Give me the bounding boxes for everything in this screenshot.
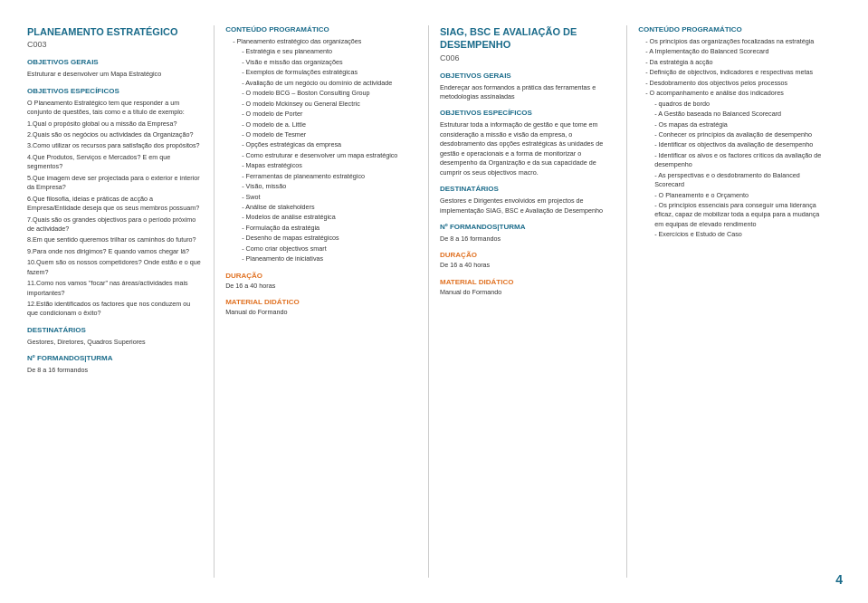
list-item: - O modelo de a. Little [225,120,417,129]
center-left-duration-text: De 16 a 40 horas [225,282,417,291]
list-item: - O Planeamento e o Orçamento [638,191,830,200]
center-right-material-title: MATERIAL DIDÁTICO [440,278,615,286]
center-right-course-title: SIAG, BSC E AVALIAÇÃO DE DESEMPENHO [440,25,615,52]
right-column: CONTEÚDO PROGRAMÁTICO - Os princípios da… [627,25,841,578]
left-course-code: C003 [27,40,203,49]
left-formandos-text: De 8 a 16 formandos [27,366,203,375]
page: PLANEAMENTO ESTRATÉGICO C003 OBJETIVOS G… [0,0,868,603]
list-item: - Opções estratégicas da empresa [225,140,417,149]
center-right-obj-general-title: OBJETIVOS GERAIS [440,72,615,80]
list-item: - Planeamento estratégico das organizaçõ… [225,37,417,46]
left-column: PLANEAMENTO ESTRATÉGICO C003 OBJETIVOS G… [27,25,215,578]
list-item: - Como criar objectivos smart [225,244,417,254]
center-right-destinatarios-text: Gestores e Dirigentes envolvidos em proj… [440,196,615,215]
list-item: - Swot [225,193,417,202]
list-item: - Definição de objectivos, indicadores e… [638,68,830,77]
list-item: - As perspectivas e o desdobramento do B… [638,171,830,190]
list-item: - A Implementação do Balanced Scorecard [638,47,830,56]
center-right-duration-text: De 16 a 40 horas [440,261,615,270]
center-left-duration-title: DURAÇÃO [225,272,417,280]
center-right-duration-title: DURAÇÃO [440,251,615,259]
left-course-title: PLANEAMENTO ESTRATÉGICO [27,25,203,38]
columns-wrapper: PLANEAMENTO ESTRATÉGICO C003 OBJETIVOS G… [27,25,841,578]
list-item: 8.Em que sentido queremos trilhar os cam… [27,235,203,244]
list-item: - O acompanhamento e análise dos indicad… [638,89,830,98]
center-left-material-title: MATERIAL DIDÁTICO [225,298,417,306]
center-right-formandos-title: Nº FORMANDOS|TURMA [440,223,615,231]
list-item: 9.Para onde nos dirigimos? E quando vamo… [27,247,203,256]
left-obj-specific-intro: O Planeamento Estratégico tem que respon… [27,99,203,118]
list-item: - Avaliação de um negócio ou domínio de … [225,79,417,88]
list-item: 3.Como utilizar os recursos para satisfa… [27,141,203,150]
center-right-obj-specific-title: OBJETIVOS ESPECÍFICOS [440,109,615,117]
list-item: - Os princípios das organizações focaliz… [638,37,830,46]
right-content-title: CONTEÚDO PROGRAMÁTICO [638,25,830,34]
list-item: - Análise de stakeholders [225,203,417,212]
page-number: 4 [835,572,843,587]
center-right-obj-specific-text: Estruturar toda a informação de gestão e… [440,120,615,177]
left-obj-general-title: OBJETIVOS GERAIS [27,58,203,66]
center-left-column: CONTEÚDO PROGRAMÁTICO - Planeamento estr… [215,25,429,578]
list-item: - Da estratégia à acção [638,58,830,67]
center-right-column: SIAG, BSC E AVALIAÇÃO DE DESEMPENHO C006… [429,25,627,578]
list-item: - O modelo Mckinsey ou General Electric [225,100,417,109]
list-item: - Os mapas da estratégia [638,120,830,129]
center-right-formandos-text: De 8 a 16 formandos [440,234,615,244]
list-item: 1.Qual o propósito global ou a missão da… [27,120,203,129]
list-item: - Como estruturar e desenvolver um mapa … [225,151,417,160]
list-item: 2.Quais são os negócios ou actividades d… [27,130,203,139]
list-item: - Exercícios e Estudo de Caso [638,230,830,239]
center-left-content-title: CONTEÚDO PROGRAMÁTICO [225,25,417,34]
list-item: 7.Quais são os grandes objectivos para o… [27,215,203,234]
center-right-obj-general-text: Endereçar aos formandos a prática das fe… [440,83,615,102]
list-item: 10.Quem são os nossos competidores? Onde… [27,258,203,277]
right-content-items: - Os princípios das organizações focaliz… [638,37,830,240]
list-item: - O modelo BCG – Boston Consulting Group [225,89,417,98]
left-obj-general-text: Estruturar e desenvolver um Mapa Estraté… [27,70,203,79]
list-item: - Desenho de mapas estratégicos [225,234,417,243]
list-item: - Formulação da estratégia [225,224,417,233]
list-item: 12.Estão identificados os factores que n… [27,300,203,319]
left-specific-items-list: 1.Qual o propósito global ou a missão da… [27,120,203,319]
list-item: - Os princípios essenciais para consegui… [638,201,830,229]
left-destinatarios-title: DESTINATÁRIOS [27,326,203,334]
list-item: 4.Que Produtos, Serviços e Mercados? E e… [27,153,203,172]
list-item: - O modelo de Porter [225,110,417,119]
list-item: - Visão e missão das organizações [225,58,417,67]
left-destinatarios-text: Gestores, Diretores, Quadros Superiores [27,338,203,347]
center-left-material-text: Manual do Formando [225,308,417,317]
list-item: - Identificar os objectivos da avaliação… [638,140,830,149]
list-item: - Planeamento de iniciativas [225,254,417,263]
list-item: - A Gestão baseada no Balanced Scorecard [638,110,830,119]
list-item: 5.Que imagem deve ser projectada para o … [27,174,203,193]
list-item: - Conhecer os princípios da avaliação de… [638,130,830,139]
list-item: - Estratégia e seu planeamento [225,47,417,56]
list-item: - Exemplos de formulações estratégicas [225,68,417,77]
center-right-destinatarios-title: DESTINATÁRIOS [440,185,615,193]
list-item: - O modelo de Tesmer [225,130,417,139]
list-item: - Modelos de análise estratégica [225,213,417,222]
center-right-course-code: C006 [440,53,615,62]
center-left-content-items: - Planeamento estratégico das organizaçõ… [225,37,417,264]
list-item: 6.Que filosofia, ideias e práticas de ac… [27,195,203,214]
left-obj-specific-title: OBJETIVOS ESPECÍFICOS [27,87,203,95]
list-item: - Visão, missão [225,182,417,191]
center-right-material-text: Manual do Formando [440,288,615,297]
left-formandos-title: Nº FORMANDOS|TURMA [27,354,203,362]
list-item: - Mapas estratégicos [225,161,417,170]
list-item: 11.Como nos vamos "focar" nas áreas/acti… [27,279,203,298]
list-item: - quadros de bordo [638,100,830,109]
list-item: - Identificar os alvos e os factores crí… [638,151,830,170]
list-item: - Desdobramento dos objectivos pelos pro… [638,79,830,88]
list-item: - Ferramentas de planeamento estratégico [225,172,417,181]
